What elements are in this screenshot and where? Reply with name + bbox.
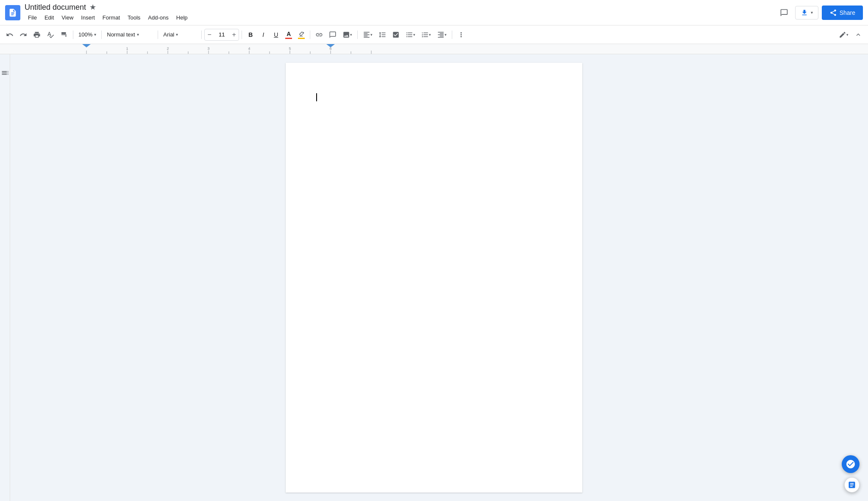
link-button[interactable]: [313, 29, 326, 41]
indent-button[interactable]: ▾: [434, 29, 449, 41]
share-label: Share: [840, 9, 855, 16]
divider-5: [242, 31, 242, 39]
header-right: ▾ Share: [776, 5, 863, 20]
doc-title-area: Untitled document ★ File Edit View Inser…: [25, 3, 772, 22]
main-area: [0, 54, 868, 501]
spell-check-button[interactable]: [44, 29, 57, 41]
left-panel: [0, 54, 10, 501]
divider-8: [452, 31, 452, 39]
header: Untitled document ★ File Edit View Inser…: [0, 0, 868, 25]
menu-file[interactable]: File: [25, 13, 40, 22]
zoom-value: 100%: [78, 31, 92, 38]
menu-bar: File Edit View Insert Format Tools Add-o…: [25, 13, 772, 22]
save-drive-chevron: ▾: [811, 10, 813, 15]
undo-button[interactable]: [3, 29, 16, 41]
docs-logo: [5, 5, 20, 20]
menu-addons[interactable]: Add-ons: [145, 13, 172, 22]
edit-mode-button[interactable]: ▾: [836, 29, 851, 41]
italic-button[interactable]: I: [257, 29, 269, 41]
toolbar: 100% ▾ Normal text ▾ Arial ▾ − + B I U: [0, 25, 868, 44]
text-color-bar: [285, 38, 292, 39]
save-to-drive-button[interactable]: ▾: [795, 6, 818, 19]
bullet-list-button[interactable]: ▾: [403, 29, 418, 41]
checklist-button[interactable]: [389, 29, 402, 41]
style-selector[interactable]: Normal text ▾: [104, 29, 155, 41]
ruler-canvas: [0, 44, 868, 54]
divider-3: [158, 31, 158, 39]
fab-area: [842, 455, 860, 493]
font-chevron: ▾: [176, 32, 178, 37]
line-spacing-button[interactable]: [376, 29, 389, 41]
style-chevron: ▾: [137, 32, 139, 37]
divider-7: [357, 31, 358, 39]
paint-format-button[interactable]: [58, 29, 70, 41]
star-icon[interactable]: ★: [89, 3, 96, 12]
menu-edit[interactable]: Edit: [41, 13, 57, 22]
highlight-color-bar: [298, 38, 305, 39]
document-page[interactable]: [286, 63, 582, 493]
gemini-fab[interactable]: [842, 455, 860, 473]
font-size-control: − +: [204, 29, 239, 41]
menu-tools[interactable]: Tools: [124, 13, 144, 22]
menu-help[interactable]: Help: [173, 13, 191, 22]
zoom-chevron: ▾: [94, 32, 96, 37]
numbered-list-button[interactable]: ▾: [419, 29, 434, 41]
collapse-toolbar-button[interactable]: [852, 29, 865, 41]
style-value: Normal text: [107, 31, 135, 38]
highlight-button[interactable]: [295, 29, 307, 41]
menu-format[interactable]: Format: [99, 13, 123, 22]
doc-title[interactable]: Untitled document: [25, 3, 86, 12]
align-button[interactable]: ▾: [360, 29, 375, 41]
divider-1: [73, 31, 73, 39]
right-panel: [858, 54, 868, 501]
doc-area[interactable]: [10, 54, 858, 501]
divider-6: [310, 31, 310, 39]
image-button[interactable]: ▾: [340, 29, 355, 41]
share-button[interactable]: Share: [822, 6, 863, 20]
print-button[interactable]: [31, 29, 43, 41]
smart-compose-fab[interactable]: [844, 477, 860, 493]
font-size-input[interactable]: [214, 31, 229, 38]
text-cursor: [316, 93, 317, 101]
comments-button[interactable]: [776, 5, 792, 20]
redo-button[interactable]: [17, 29, 30, 41]
bold-button[interactable]: B: [245, 29, 256, 41]
underline-button[interactable]: U: [270, 29, 282, 41]
outline-icon[interactable]: [0, 67, 11, 79]
menu-view[interactable]: View: [58, 13, 77, 22]
zoom-selector[interactable]: 100% ▾: [76, 29, 99, 41]
text-color-button[interactable]: A: [283, 29, 295, 41]
font-size-decrease[interactable]: −: [205, 29, 214, 41]
comment-button[interactable]: [326, 29, 339, 41]
font-value: Arial: [163, 31, 174, 38]
font-size-increase[interactable]: +: [229, 29, 239, 41]
more-options-button[interactable]: [455, 29, 467, 41]
menu-insert[interactable]: Insert: [78, 13, 98, 22]
divider-2: [101, 31, 102, 39]
divider-4: [201, 31, 202, 39]
ruler: [0, 44, 868, 54]
font-selector[interactable]: Arial ▾: [161, 29, 199, 41]
